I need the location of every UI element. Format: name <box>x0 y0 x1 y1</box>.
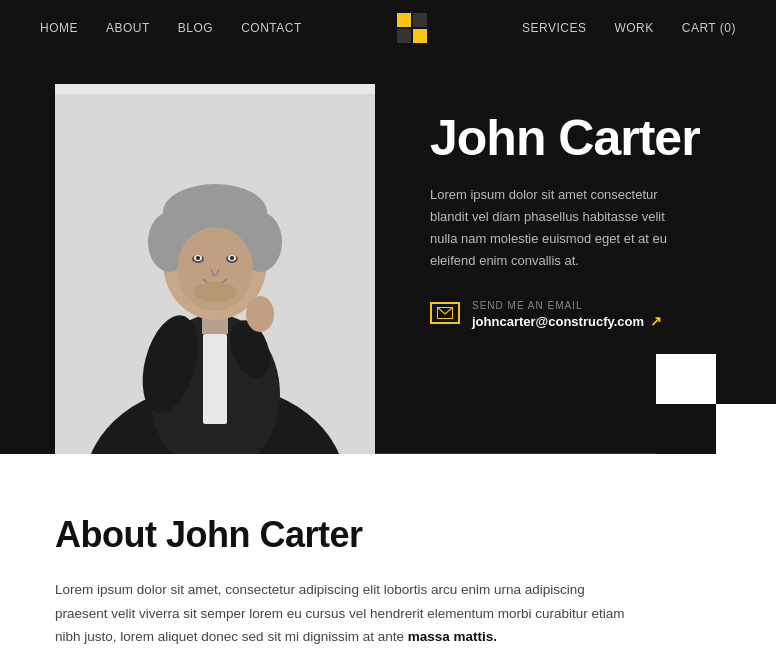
hero-name: John Carter <box>430 111 736 166</box>
logo-cell-2 <box>413 13 427 27</box>
email-info: SEND ME AN EMAIL johncarter@construcfy.c… <box>472 300 662 329</box>
logo[interactable] <box>397 13 427 43</box>
deco-cell-3 <box>656 404 716 454</box>
hero-description: Lorem ipsum dolor sit amet consectetur b… <box>430 184 690 272</box>
about-para-1: Lorem ipsum dolor sit amet, consectetur … <box>55 578 635 649</box>
email-address[interactable]: johncarter@construcfy.com ↗ <box>472 313 662 329</box>
email-row: SEND ME AN EMAIL johncarter@construcfy.c… <box>430 300 736 329</box>
deco-cell-4 <box>716 404 776 454</box>
about-section: About John Carter Lorem ipsum dolor sit … <box>0 454 776 656</box>
svg-point-16 <box>193 282 237 302</box>
nav-cart[interactable]: CART (0) <box>682 21 736 35</box>
logo-cell-1 <box>397 13 411 27</box>
deco-cell-1 <box>656 354 716 404</box>
send-label: SEND ME AN EMAIL <box>472 300 662 311</box>
nav-contact[interactable]: CONTACT <box>241 21 302 35</box>
svg-point-14 <box>196 256 200 260</box>
external-link-icon: ↗ <box>650 313 662 329</box>
svg-rect-3 <box>203 334 227 424</box>
nav-home[interactable]: HOME <box>40 21 78 35</box>
nav-links-right: SERVICES WORK CART (0) <box>522 21 736 35</box>
nav-links-left: HOME ABOUT BLOG CONTACT <box>40 21 302 35</box>
deco-cell-2 <box>716 354 776 404</box>
email-icon <box>430 302 460 324</box>
svg-point-15 <box>230 256 234 260</box>
nav-services[interactable]: SERVICES <box>522 21 586 35</box>
about-bold-text: massa mattis. <box>408 629 497 644</box>
nav-about[interactable]: ABOUT <box>106 21 150 35</box>
logo-cell-4 <box>413 29 427 43</box>
envelope-icon <box>437 307 453 319</box>
about-title: About John Carter <box>55 514 721 556</box>
hero-image-box <box>55 84 375 454</box>
hero-section: John Carter Lorem ipsum dolor sit amet c… <box>0 56 776 454</box>
person-silhouette <box>55 94 375 454</box>
nav-work[interactable]: WORK <box>614 21 653 35</box>
nav-blog[interactable]: BLOG <box>178 21 213 35</box>
logo-cell-3 <box>397 29 411 43</box>
navbar: HOME ABOUT BLOG CONTACT SERVICES WORK CA… <box>0 0 776 56</box>
deco-grid <box>656 354 776 454</box>
